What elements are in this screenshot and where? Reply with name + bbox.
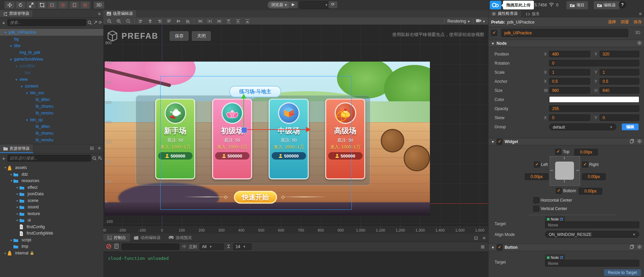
pivot-mode-button[interactable] bbox=[47, 1, 57, 9]
tree-arrow-icon[interactable]: ▸ bbox=[15, 217, 20, 224]
node-gear-icon[interactable] bbox=[637, 41, 642, 46]
distribute-v-middle-icon[interactable] bbox=[235, 19, 241, 24]
tree-arrow-icon[interactable]: ▸ bbox=[9, 237, 13, 244]
assets-sort-icon[interactable] bbox=[98, 156, 102, 160]
scene-dropdown[interactable]: ▼ bbox=[300, 1, 330, 9]
property-value[interactable]: 640 bbox=[600, 87, 639, 94]
assets-collapse-icon[interactable]: ⊟ bbox=[90, 145, 94, 151]
resize-to-target-button[interactable]: Resize to Target bbox=[604, 269, 641, 276]
regex-label[interactable]: 正则 bbox=[189, 244, 197, 250]
tree-arrow-icon[interactable]: ▾ bbox=[26, 90, 30, 97]
hierarchy-node[interactable]: img_bt_pdk bbox=[0, 49, 103, 56]
hierarchy-node[interactable]: lb_difen bbox=[0, 96, 103, 103]
preview-target-dropdown[interactable]: 浏览器 ▼ bbox=[268, 1, 291, 8]
distribute-h-center-icon[interactable] bbox=[206, 19, 213, 24]
open-editor-button[interactable]: 编辑器 bbox=[594, 1, 619, 9]
align-middle-icon[interactable] bbox=[175, 19, 182, 24]
align-left-icon[interactable] bbox=[137, 19, 144, 24]
asset-item[interactable]: ▸scene bbox=[0, 198, 103, 204]
button-gear-icon[interactable] bbox=[637, 245, 642, 250]
asset-item[interactable]: ▸effect bbox=[0, 184, 103, 191]
hierarchy-node[interactable]: ▾title bbox=[0, 42, 103, 49]
widget-copy-icon[interactable] bbox=[630, 139, 634, 144]
distribute-h-left-icon[interactable] bbox=[197, 19, 204, 24]
hierarchy-node[interactable]: ▾view bbox=[0, 76, 103, 83]
property-value[interactable]: 0 bbox=[600, 114, 639, 121]
asset-item[interactable]: tmp bbox=[0, 243, 103, 250]
hierarchy-node[interactable]: lb_zhunru bbox=[0, 130, 103, 137]
widget-top-checkbox[interactable]: ✓ bbox=[555, 149, 561, 155]
button-target-field[interactable]: None bbox=[545, 260, 639, 267]
prefab-select-link[interactable]: 选择 bbox=[608, 19, 616, 25]
hierarchy-node[interactable]: ▾pdk_UIPractice bbox=[0, 29, 103, 36]
console-pop-icon[interactable]: ⊡ bbox=[474, 235, 478, 241]
property-value[interactable]: 0.5 bbox=[600, 78, 639, 84]
tree-arrow-icon[interactable]: ▾ bbox=[15, 76, 20, 83]
asset-item[interactable]: ▾assets bbox=[0, 165, 103, 171]
hierarchy-node[interactable]: ▾btn_cjc bbox=[0, 116, 103, 123]
widget-top-value[interactable]: 0.00px bbox=[574, 149, 598, 155]
asset-item[interactable]: ▸sound bbox=[0, 204, 103, 211]
console-collapse-button[interactable] bbox=[114, 244, 119, 250]
console-tab-animation[interactable]: 动画编辑器 bbox=[130, 234, 165, 242]
move-tool-button[interactable] bbox=[5, 1, 14, 9]
button-copy-icon[interactable] bbox=[630, 245, 634, 250]
prefab-close-button[interactable]: 关闭 bbox=[192, 31, 211, 41]
hierarchy-node[interactable]: lb_zhunru bbox=[0, 103, 103, 110]
hierarchy-search-input[interactable]: 搜索... bbox=[7, 19, 86, 26]
tree-arrow-icon[interactable]: ▸ bbox=[15, 211, 20, 217]
anchor-mode-button[interactable] bbox=[58, 1, 68, 9]
zoom-out-icon[interactable] bbox=[106, 19, 113, 24]
zoom-reset-icon[interactable] bbox=[125, 19, 132, 24]
local-coordinate-button[interactable] bbox=[70, 1, 79, 9]
scene-viewport[interactable]: 练习场-斗地主 新手场底注: 50准入: 1000~1万500000初级场底注:… bbox=[103, 25, 488, 234]
asset-item[interactable]: ▸jsonData bbox=[0, 191, 103, 198]
tree-arrow-icon[interactable]: ▾ bbox=[21, 83, 25, 90]
console-clear-button[interactable] bbox=[106, 244, 111, 250]
rotate-tool-button[interactable] bbox=[16, 1, 25, 9]
hierarchy-node[interactable]: ▾btn_xsc bbox=[0, 90, 103, 96]
locate-node-icon[interactable] bbox=[93, 21, 97, 25]
gizmo-origin-handle[interactable] bbox=[241, 127, 247, 133]
tab-inspector[interactable]: 属性检查器 bbox=[488, 10, 521, 17]
help-button[interactable]: ? bbox=[619, 1, 626, 8]
widget-right-value[interactable]: 0.00px bbox=[582, 173, 606, 180]
font-size-dropdown[interactable]: 14▼ bbox=[233, 243, 251, 250]
gizmo-y-arrow[interactable] bbox=[241, 91, 246, 99]
tree-arrow-icon[interactable]: ▾ bbox=[15, 63, 20, 70]
hierarchy-refresh-icon[interactable]: ⟳ bbox=[99, 20, 102, 25]
rect-tool-button[interactable] bbox=[37, 1, 47, 9]
asset-item[interactable]: ▸texture bbox=[0, 211, 103, 217]
add-asset-button[interactable]: + bbox=[1, 155, 6, 161]
console-grid-icon[interactable]: ⊞ bbox=[481, 244, 485, 249]
tab-hierarchy[interactable]: 层级管理器 bbox=[0, 10, 33, 17]
camera-view-dropdown[interactable]: ▼ bbox=[476, 19, 485, 24]
widget-bottom-value[interactable]: 0.00px bbox=[579, 188, 602, 195]
cloud-upload-button[interactable] bbox=[490, 1, 501, 9]
play-button[interactable]: ▶ bbox=[289, 1, 298, 8]
tab-scene-editor[interactable]: 场景编辑器 bbox=[103, 10, 137, 17]
prefab-save-button[interactable]: 保存 bbox=[170, 31, 189, 41]
inspector-menu-icon[interactable]: ≡ bbox=[639, 11, 642, 16]
button-section-header[interactable]: ▼ ✓ Button bbox=[488, 244, 644, 251]
assets-menu-icon[interactable]: ≡ bbox=[98, 145, 101, 151]
property-value[interactable]: 255 bbox=[549, 105, 639, 112]
asset-item[interactable]: firstConfig bbox=[0, 224, 103, 231]
asset-item[interactable]: ▾resources bbox=[0, 178, 103, 184]
widget-target-field[interactable]: None bbox=[545, 221, 639, 228]
prefab-save-link[interactable]: 保存 bbox=[634, 19, 642, 25]
property-value[interactable]: 0 bbox=[549, 60, 639, 66]
zoom-in-icon[interactable] bbox=[115, 19, 122, 24]
hierarchy-node[interactable]: ▾gameScrollView bbox=[0, 56, 103, 63]
tree-arrow-icon[interactable]: ▾ bbox=[3, 165, 7, 171]
hierarchy-node[interactable]: ▾content bbox=[0, 83, 103, 90]
node-section-header[interactable]: ▼ Node bbox=[488, 40, 644, 47]
hierarchy-node[interactable]: lb_difen bbox=[0, 123, 103, 130]
console-tab-preview[interactable]: 游戏预览 bbox=[165, 234, 196, 242]
widget-section-header[interactable]: ▼ ✓ Widget bbox=[488, 138, 644, 145]
console-menu-icon[interactable]: ≡ bbox=[483, 235, 485, 241]
widget-right-checkbox[interactable]: ✓ bbox=[582, 162, 588, 168]
distribute-h-right-icon[interactable] bbox=[216, 19, 223, 24]
tree-arrow-icon[interactable]: ▾ bbox=[26, 117, 30, 124]
tree-arrow-icon[interactable]: ▸ bbox=[3, 250, 7, 257]
